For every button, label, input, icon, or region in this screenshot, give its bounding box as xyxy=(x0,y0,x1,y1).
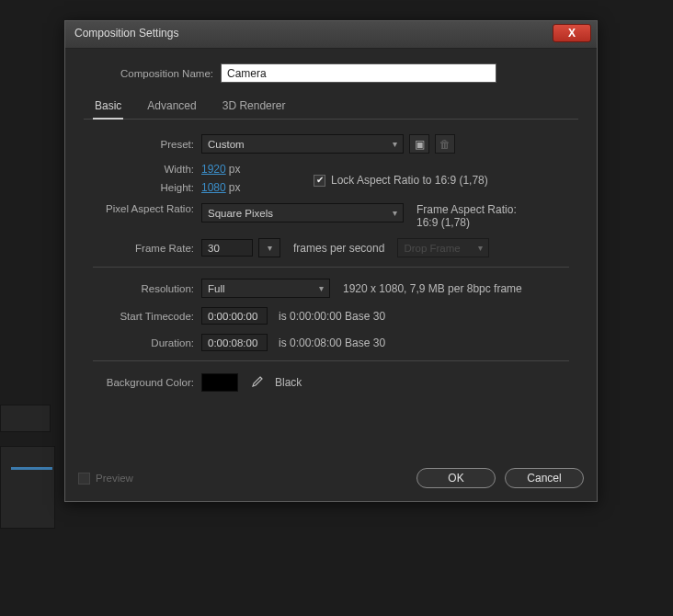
fps-text: frames per second xyxy=(293,242,384,255)
height-label: Height: xyxy=(84,182,201,193)
tab-3d-renderer[interactable]: 3D Renderer xyxy=(221,96,288,119)
chevron-down-icon: ▾ xyxy=(393,139,397,149)
resolution-value: Full xyxy=(208,283,225,294)
preview-checkbox-group: Preview xyxy=(78,473,133,485)
comp-name-label: Composition Name: xyxy=(120,68,221,79)
tab-basic[interactable]: Basic xyxy=(93,96,123,120)
dropframe-select: Drop Frame ▾ xyxy=(397,238,489,257)
duration-value: 0:00:08:00 xyxy=(208,337,257,348)
cancel-button[interactable]: Cancel xyxy=(505,468,584,488)
framerate-label: Frame Rate: xyxy=(84,243,201,254)
duration-info: is 0:00:08:00 Base 30 xyxy=(279,337,385,349)
save-icon: ▣ xyxy=(415,138,425,151)
preset-select[interactable]: Custom ▾ xyxy=(201,134,404,154)
resolution-select[interactable]: Full ▾ xyxy=(201,279,330,298)
pixel-aspect-select[interactable]: Square Pixels ▾ xyxy=(201,203,404,222)
preset-label: Preset: xyxy=(84,139,201,150)
background-highlight xyxy=(11,467,52,470)
par-value: Square Pixels xyxy=(208,208,273,219)
bgcolor-name: Black xyxy=(275,376,302,389)
width-value[interactable]: 1920 xyxy=(201,163,226,176)
separator xyxy=(93,267,569,268)
save-preset-button[interactable]: ▣ xyxy=(409,134,429,154)
bgcolor-label: Background Color: xyxy=(84,377,201,388)
dropframe-value: Drop Frame xyxy=(404,243,460,254)
height-value[interactable]: 1080 xyxy=(201,181,226,194)
start-tc-info: is 0:00:00:00 Base 30 xyxy=(279,310,385,323)
chevron-down-icon: ▾ xyxy=(478,243,483,253)
lock-aspect-checkbox[interactable] xyxy=(314,175,325,187)
chevron-down-icon: ▾ xyxy=(268,243,272,253)
height-unit: px xyxy=(229,181,241,194)
preset-value: Custom xyxy=(208,139,245,150)
framerate-value: 30 xyxy=(208,243,220,254)
eyedropper-button[interactable] xyxy=(245,372,268,393)
tab-bar: Basic Advanced 3D Renderer xyxy=(84,92,578,120)
preview-checkbox xyxy=(78,473,90,485)
chevron-down-icon: ▾ xyxy=(393,208,397,218)
preview-label: Preview xyxy=(96,473,133,484)
start-tc-value: 0:00:00:00 xyxy=(208,311,257,322)
duration-input[interactable]: 0:00:08:00 xyxy=(201,334,268,351)
lock-aspect-label: Lock Aspect Ratio to 16:9 (1,78) xyxy=(331,174,488,187)
par-label: Pixel Aspect Ratio: xyxy=(84,203,201,214)
frame-aspect-value: 16:9 (1,78) xyxy=(416,216,517,229)
close-icon: X xyxy=(568,27,576,40)
framerate-dropdown[interactable]: ▾ xyxy=(258,238,280,257)
delete-preset-button: 🗑 xyxy=(435,134,455,154)
width-unit: px xyxy=(229,163,241,176)
composition-name-input[interactable] xyxy=(221,63,496,83)
start-timecode-input[interactable]: 0:00:00:00 xyxy=(201,307,268,325)
composition-settings-dialog: Composition Settings X Composition Name:… xyxy=(64,20,598,502)
eyedropper-icon xyxy=(250,376,263,389)
tab-advanced[interactable]: Advanced xyxy=(145,96,198,119)
background-panel xyxy=(0,446,55,529)
resolution-info: 1920 x 1080, 7,9 MB per 8bpc frame xyxy=(343,282,522,295)
dialog-footer: Preview OK Cancel xyxy=(65,459,597,501)
separator xyxy=(93,360,569,361)
background-color-swatch[interactable] xyxy=(201,373,238,392)
chevron-down-icon: ▾ xyxy=(319,283,324,293)
trash-icon: 🗑 xyxy=(439,138,451,151)
background-toolbar xyxy=(0,405,51,432)
dialog-titlebar[interactable]: Composition Settings X xyxy=(65,21,597,49)
ok-button[interactable]: OK xyxy=(416,468,496,488)
dialog-title: Composition Settings xyxy=(74,27,178,40)
frame-aspect-label: Frame Aspect Ratio: xyxy=(416,203,517,216)
width-label: Width: xyxy=(84,164,201,175)
duration-label: Duration: xyxy=(84,337,201,348)
framerate-input[interactable]: 30 xyxy=(201,239,253,257)
start-tc-label: Start Timecode: xyxy=(84,311,201,322)
resolution-label: Resolution: xyxy=(84,283,201,294)
close-button[interactable]: X xyxy=(553,24,591,42)
